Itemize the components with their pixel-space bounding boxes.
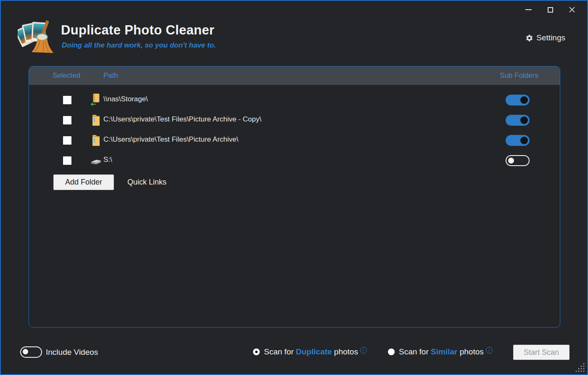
scan-similar-option[interactable]: Scan for Similar photos: [388, 347, 493, 357]
start-scan-button[interactable]: Start Scan: [513, 345, 570, 360]
sub-folders-toggle[interactable]: [506, 155, 530, 166]
close-icon: [569, 6, 575, 13]
minimize-icon: [525, 9, 532, 10]
scan-similar-label: Scan for Similar photos: [399, 347, 493, 357]
folder-row: S:\: [29, 151, 560, 171]
folder-path: S:\: [103, 156, 112, 164]
scan-duplicate-label: Scan for Duplicate photos: [264, 347, 367, 357]
include-videos-label: Include Videos: [46, 348, 98, 357]
toggle-knob: [520, 96, 528, 104]
folder-path: C:\Users\private\Test Files\Picture Arch…: [103, 115, 261, 124]
folder-checkbox[interactable]: [63, 136, 71, 145]
app-tagline: Doing all the hard work, so you don't ha…: [62, 41, 216, 50]
settings-label: Settings: [536, 33, 565, 42]
toggle-knob: [508, 158, 514, 164]
info-icon[interactable]: [360, 347, 367, 354]
folder-checkbox[interactable]: [63, 96, 71, 104]
radio-selected-icon[interactable]: [253, 349, 260, 355]
scan-duplicate-option[interactable]: Scan for Duplicate photos: [253, 347, 367, 357]
column-header-sub-folders: Sub Folders: [500, 71, 538, 80]
sub-folders-toggle[interactable]: [506, 95, 530, 106]
quick-links-button[interactable]: Quick Links: [127, 178, 166, 187]
gear-icon: [525, 34, 533, 42]
toggle-knob: [23, 349, 28, 354]
folder-row: C:\Users\private\Test Files\Picture Arch…: [29, 130, 560, 151]
column-header-selected: Selected: [53, 71, 80, 80]
folder-panel: Selected Path Sub Folders \\nas\Storage\: [29, 66, 560, 327]
toggle-knob: [520, 116, 528, 124]
info-icon[interactable]: [486, 347, 493, 354]
folder-checkbox[interactable]: [63, 156, 71, 165]
app-window: Duplicate Photo Cleaner Doing all the ha…: [0, 0, 588, 375]
folder-table-header: Selected Path Sub Folders: [29, 66, 560, 85]
folder-checkbox[interactable]: [63, 116, 71, 124]
folder-icon: [90, 134, 102, 147]
folder-row: \\nas\Storage\: [29, 90, 560, 110]
folder-path: C:\Users\private\Test Files\Picture Arch…: [103, 135, 238, 144]
app-logo: [18, 18, 60, 55]
folder-rows: \\nas\Storage\ C:\Users\private\Test Fil…: [29, 90, 560, 171]
include-videos-toggle[interactable]: [20, 346, 42, 358]
close-button[interactable]: [561, 3, 583, 16]
network-folder-icon: [90, 93, 102, 107]
folder-row: C:\Users\private\Test Files\Picture Arch…: [29, 110, 560, 130]
sub-folders-toggle[interactable]: [506, 115, 530, 126]
settings-button[interactable]: Settings: [525, 33, 565, 42]
titlebar-controls: [517, 3, 583, 16]
resize-grip[interactable]: [575, 362, 585, 372]
include-videos-control: Include Videos: [20, 346, 98, 358]
column-header-path: Path: [103, 71, 118, 80]
folder-icon: [90, 114, 102, 127]
sub-folders-toggle[interactable]: [506, 135, 530, 146]
minimize-button[interactable]: [517, 3, 539, 16]
drive-icon: [90, 154, 102, 167]
maximize-button[interactable]: [539, 3, 561, 16]
app-title: Duplicate Photo Cleaner: [61, 23, 214, 38]
add-folder-label: Add Folder: [65, 178, 102, 187]
radio-unselected-icon[interactable]: [388, 349, 395, 355]
quick-links-label: Quick Links: [127, 178, 166, 186]
maximize-icon: [548, 7, 553, 13]
folder-path: \\nas\Storage\: [103, 95, 148, 103]
add-folder-button[interactable]: Add Folder: [53, 174, 114, 190]
toggle-knob: [520, 137, 528, 144]
start-scan-label: Start Scan: [524, 348, 559, 357]
